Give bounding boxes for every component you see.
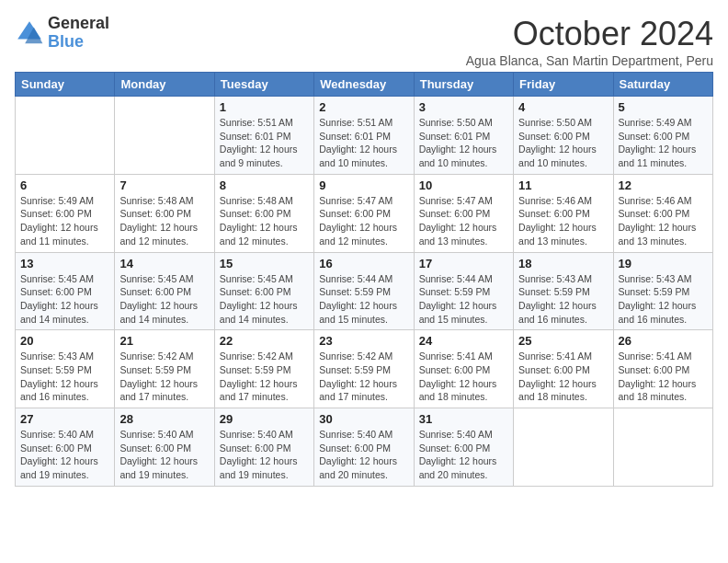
day-detail: Sunrise: 5:40 AM Sunset: 6:00 PM Dayligh… bbox=[119, 428, 209, 482]
day-number: 14 bbox=[119, 257, 209, 270]
column-header-thursday: Thursday bbox=[414, 73, 513, 97]
day-number: 17 bbox=[419, 257, 508, 270]
day-number: 28 bbox=[119, 412, 209, 426]
day-number: 6 bbox=[20, 178, 109, 192]
day-cell: 30Sunrise: 5:40 AM Sunset: 6:00 PM Dayli… bbox=[314, 408, 414, 487]
day-number: 25 bbox=[518, 334, 608, 348]
day-detail: Sunrise: 5:48 AM Sunset: 6:00 PM Dayligh… bbox=[119, 194, 209, 248]
day-detail: Sunrise: 5:42 AM Sunset: 5:59 PM Dayligh… bbox=[119, 350, 209, 404]
day-cell: 27Sunrise: 5:40 AM Sunset: 6:00 PM Dayli… bbox=[16, 408, 115, 487]
day-detail: Sunrise: 5:48 AM Sunset: 6:00 PM Dayligh… bbox=[220, 194, 309, 248]
calendar-table: SundayMondayTuesdayWednesdayThursdayFrid… bbox=[15, 72, 713, 487]
day-detail: Sunrise: 5:41 AM Sunset: 6:00 PM Dayligh… bbox=[419, 350, 508, 404]
day-cell: 13Sunrise: 5:45 AM Sunset: 6:00 PM Dayli… bbox=[16, 252, 115, 330]
day-cell: 7Sunrise: 5:48 AM Sunset: 6:00 PM Daylig… bbox=[115, 174, 214, 252]
week-row-3: 13Sunrise: 5:45 AM Sunset: 6:00 PM Dayli… bbox=[16, 252, 713, 330]
day-detail: Sunrise: 5:47 AM Sunset: 6:00 PM Dayligh… bbox=[319, 194, 408, 248]
day-cell: 29Sunrise: 5:40 AM Sunset: 6:00 PM Dayli… bbox=[214, 408, 313, 487]
day-cell bbox=[115, 97, 214, 175]
day-detail: Sunrise: 5:49 AM Sunset: 6:00 PM Dayligh… bbox=[20, 194, 109, 248]
week-row-1: 1Sunrise: 5:51 AM Sunset: 6:01 PM Daylig… bbox=[16, 97, 713, 175]
day-cell: 15Sunrise: 5:45 AM Sunset: 6:00 PM Dayli… bbox=[214, 252, 313, 330]
day-number: 27 bbox=[20, 412, 109, 426]
day-number: 30 bbox=[319, 412, 408, 426]
day-number: 20 bbox=[20, 334, 109, 348]
day-detail: Sunrise: 5:40 AM Sunset: 6:00 PM Dayligh… bbox=[220, 428, 309, 482]
day-detail: Sunrise: 5:45 AM Sunset: 6:00 PM Dayligh… bbox=[119, 272, 209, 327]
day-cell: 10Sunrise: 5:47 AM Sunset: 6:00 PM Dayli… bbox=[414, 174, 513, 252]
day-cell: 17Sunrise: 5:44 AM Sunset: 5:59 PM Dayli… bbox=[414, 252, 513, 330]
day-number: 5 bbox=[619, 100, 708, 114]
week-row-4: 20Sunrise: 5:43 AM Sunset: 5:59 PM Dayli… bbox=[16, 330, 713, 408]
day-detail: Sunrise: 5:41 AM Sunset: 6:00 PM Dayligh… bbox=[518, 350, 608, 404]
header-row: SundayMondayTuesdayWednesdayThursdayFrid… bbox=[16, 73, 713, 97]
day-number: 9 bbox=[319, 178, 408, 192]
column-header-friday: Friday bbox=[514, 73, 613, 97]
calendar-title: October 2024 bbox=[466, 15, 713, 53]
day-cell: 4Sunrise: 5:50 AM Sunset: 6:00 PM Daylig… bbox=[514, 97, 613, 175]
day-detail: Sunrise: 5:45 AM Sunset: 6:00 PM Dayligh… bbox=[220, 272, 309, 327]
day-number: 21 bbox=[119, 334, 209, 348]
day-number: 15 bbox=[220, 257, 309, 270]
day-detail: Sunrise: 5:45 AM Sunset: 6:00 PM Dayligh… bbox=[20, 272, 109, 327]
day-number: 31 bbox=[419, 412, 508, 426]
day-cell: 31Sunrise: 5:40 AM Sunset: 6:00 PM Dayli… bbox=[414, 408, 513, 487]
day-detail: Sunrise: 5:43 AM Sunset: 5:59 PM Dayligh… bbox=[20, 350, 109, 404]
column-header-wednesday: Wednesday bbox=[314, 73, 414, 97]
day-cell bbox=[514, 408, 613, 487]
day-detail: Sunrise: 5:49 AM Sunset: 6:00 PM Dayligh… bbox=[619, 116, 708, 170]
day-cell: 26Sunrise: 5:41 AM Sunset: 6:00 PM Dayli… bbox=[613, 330, 712, 408]
day-number: 4 bbox=[518, 100, 608, 114]
logo-icon bbox=[15, 18, 44, 48]
day-cell: 2Sunrise: 5:51 AM Sunset: 6:01 PM Daylig… bbox=[314, 97, 414, 175]
day-cell: 16Sunrise: 5:44 AM Sunset: 5:59 PM Dayli… bbox=[314, 252, 414, 330]
column-header-saturday: Saturday bbox=[613, 73, 712, 97]
day-cell: 21Sunrise: 5:42 AM Sunset: 5:59 PM Dayli… bbox=[115, 330, 214, 408]
day-cell: 18Sunrise: 5:43 AM Sunset: 5:59 PM Dayli… bbox=[514, 252, 613, 330]
column-header-monday: Monday bbox=[115, 73, 214, 97]
day-cell: 11Sunrise: 5:46 AM Sunset: 6:00 PM Dayli… bbox=[514, 174, 613, 252]
week-row-5: 27Sunrise: 5:40 AM Sunset: 6:00 PM Dayli… bbox=[16, 408, 713, 487]
day-detail: Sunrise: 5:43 AM Sunset: 5:59 PM Dayligh… bbox=[619, 272, 708, 327]
day-cell: 19Sunrise: 5:43 AM Sunset: 5:59 PM Dayli… bbox=[613, 252, 712, 330]
day-cell: 28Sunrise: 5:40 AM Sunset: 6:00 PM Dayli… bbox=[115, 408, 214, 487]
day-cell: 8Sunrise: 5:48 AM Sunset: 6:00 PM Daylig… bbox=[214, 174, 313, 252]
day-number: 18 bbox=[518, 257, 608, 270]
day-detail: Sunrise: 5:50 AM Sunset: 6:00 PM Dayligh… bbox=[518, 116, 608, 170]
day-detail: Sunrise: 5:40 AM Sunset: 6:00 PM Dayligh… bbox=[20, 428, 109, 482]
day-detail: Sunrise: 5:42 AM Sunset: 5:59 PM Dayligh… bbox=[319, 350, 408, 404]
day-cell: 3Sunrise: 5:50 AM Sunset: 6:01 PM Daylig… bbox=[414, 97, 513, 175]
day-detail: Sunrise: 5:47 AM Sunset: 6:00 PM Dayligh… bbox=[419, 194, 508, 248]
column-header-sunday: Sunday bbox=[16, 73, 115, 97]
day-detail: Sunrise: 5:44 AM Sunset: 5:59 PM Dayligh… bbox=[419, 272, 508, 327]
day-number: 22 bbox=[220, 334, 309, 348]
day-number: 1 bbox=[220, 100, 309, 114]
day-detail: Sunrise: 5:43 AM Sunset: 5:59 PM Dayligh… bbox=[518, 272, 608, 327]
day-cell: 5Sunrise: 5:49 AM Sunset: 6:00 PM Daylig… bbox=[613, 97, 712, 175]
day-cell: 25Sunrise: 5:41 AM Sunset: 6:00 PM Dayli… bbox=[514, 330, 613, 408]
day-detail: Sunrise: 5:46 AM Sunset: 6:00 PM Dayligh… bbox=[619, 194, 708, 248]
day-cell bbox=[613, 408, 712, 487]
page-header: General Blue October 2024 Agua Blanca, S… bbox=[15, 15, 713, 68]
day-number: 23 bbox=[319, 334, 408, 348]
day-cell: 24Sunrise: 5:41 AM Sunset: 6:00 PM Dayli… bbox=[414, 330, 513, 408]
day-detail: Sunrise: 5:40 AM Sunset: 6:00 PM Dayligh… bbox=[319, 428, 408, 482]
day-number: 7 bbox=[119, 178, 209, 192]
day-detail: Sunrise: 5:51 AM Sunset: 6:01 PM Dayligh… bbox=[220, 116, 309, 170]
day-number: 26 bbox=[619, 334, 708, 348]
day-number: 12 bbox=[619, 178, 708, 192]
day-number: 13 bbox=[20, 257, 109, 270]
day-cell: 12Sunrise: 5:46 AM Sunset: 6:00 PM Dayli… bbox=[613, 174, 712, 252]
logo: General Blue bbox=[15, 15, 109, 52]
day-cell: 6Sunrise: 5:49 AM Sunset: 6:00 PM Daylig… bbox=[16, 174, 115, 252]
day-detail: Sunrise: 5:51 AM Sunset: 6:01 PM Dayligh… bbox=[319, 116, 408, 170]
day-detail: Sunrise: 5:40 AM Sunset: 6:00 PM Dayligh… bbox=[419, 428, 508, 482]
day-number: 3 bbox=[419, 100, 508, 114]
day-number: 8 bbox=[220, 178, 309, 192]
day-cell: 22Sunrise: 5:42 AM Sunset: 5:59 PM Dayli… bbox=[214, 330, 313, 408]
logo-blue-text: Blue bbox=[48, 32, 84, 51]
day-number: 29 bbox=[220, 412, 309, 426]
day-number: 2 bbox=[319, 100, 408, 114]
day-cell bbox=[16, 97, 115, 175]
day-detail: Sunrise: 5:41 AM Sunset: 6:00 PM Dayligh… bbox=[619, 350, 708, 404]
